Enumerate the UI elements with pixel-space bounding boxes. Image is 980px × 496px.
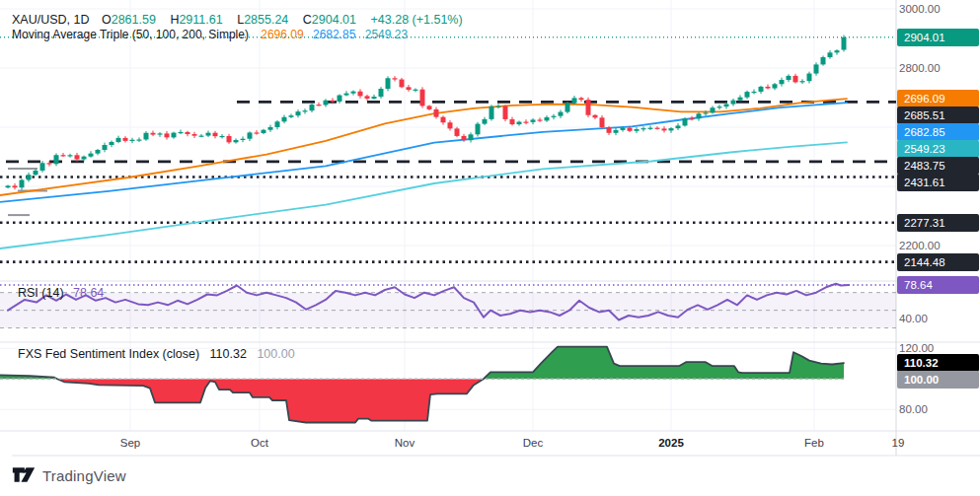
time-axis-label: Dec	[503, 437, 563, 449]
ohlc-close-label: C	[303, 13, 312, 27]
price-axis-badge: 2549.23	[897, 140, 979, 158]
time-axis-label: 2025	[641, 437, 701, 449]
time-axis-label: 19	[868, 437, 928, 449]
ma50-value: 2696.09	[261, 28, 303, 41]
ohlc-low-value: 2855.24	[244, 13, 288, 27]
ma-indicator-title: Moving Average Triple (50, 100, 200, Sim…	[12, 28, 249, 41]
tradingview-logo[interactable]: TradingView	[12, 465, 126, 485]
price-axis-label: 2800.00	[899, 60, 976, 77]
ohlc-close-value: 2904.01	[312, 13, 356, 27]
change-value: +43.28 (+1.51%)	[371, 13, 463, 27]
time-axis-label: Sep	[101, 437, 160, 449]
price-axis-badge: 2685.51	[897, 106, 979, 124]
ohlc-open-label: O	[102, 13, 112, 27]
time-axis-label: Oct	[230, 437, 289, 449]
price-axis-badge: 78.64	[897, 276, 979, 294]
sentiment-title: FXS Fed Sentiment Index (close)	[18, 347, 199, 361]
tradingview-chart-window: XAU/USD, 1D O2861.59 H2911.61 L2855.24 C…	[0, 0, 980, 496]
ma200-value: 2549.23	[365, 28, 408, 41]
tradingview-logo-icon	[12, 465, 36, 485]
price-axis-badge: 2483.75	[897, 157, 979, 175]
price-axis-badge: 2277.31	[897, 214, 979, 232]
symbol-title: XAU/USD, 1D	[12, 13, 90, 27]
ohlc-open-value: 2861.59	[112, 13, 156, 27]
price-axis-badge: 2144.48	[897, 253, 979, 271]
price-axis-badge: 100.00	[897, 371, 979, 389]
price-axis-badge: 2682.85	[897, 123, 979, 141]
time-axis-label: Feb	[785, 437, 844, 449]
price-axis-badge: 110.32	[897, 354, 979, 372]
price-axis-label: 3000.00	[899, 1, 976, 18]
rsi-value: 78.64	[73, 286, 104, 300]
sentiment-indicator-legend[interactable]: FXS Fed Sentiment Index (close) 110.32 1…	[18, 347, 295, 361]
ohlc-high-value: 2911.61	[179, 13, 222, 27]
price-axis-label: 80.00	[899, 401, 976, 418]
ma100-value: 2682.85	[313, 28, 355, 41]
rsi-title: RSI (14)	[18, 286, 64, 300]
price-axis-badge: 2696.09	[897, 90, 979, 107]
ma-indicator-legend[interactable]: Moving Average Triple (50, 100, 200, Sim…	[12, 28, 410, 41]
sentiment-value: 110.32	[210, 347, 247, 361]
tradingview-logo-text: TradingView	[42, 467, 126, 484]
sentiment-baseline-value: 100.00	[257, 347, 294, 361]
price-axis-label: 40.00	[899, 311, 976, 327]
time-axis-label: Nov	[375, 437, 434, 449]
price-chart-canvas[interactable]	[0, 0, 980, 496]
rsi-indicator-legend[interactable]: RSI (14) 78.64	[18, 286, 104, 300]
symbol-legend[interactable]: XAU/USD, 1D O2861.59 H2911.61 L2855.24 C…	[12, 13, 463, 27]
price-axis-label: 2200.00	[899, 238, 976, 254]
price-axis-badge: 2431.61	[897, 174, 979, 191]
price-axis-badge: 2904.01	[897, 29, 979, 46]
